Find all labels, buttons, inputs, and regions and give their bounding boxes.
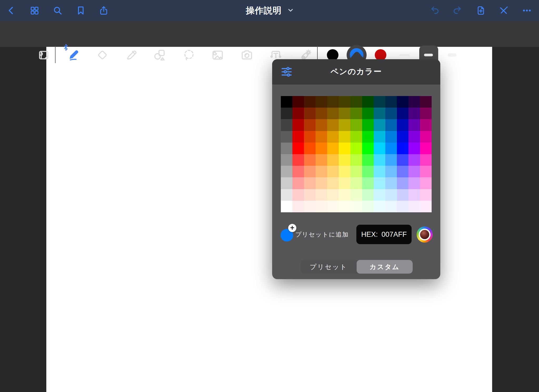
color-cell[interactable]	[339, 108, 350, 119]
thumbnails-icon[interactable]	[29, 5, 40, 16]
undo-icon[interactable]	[429, 5, 441, 16]
color-cell[interactable]	[281, 108, 292, 119]
color-cell[interactable]	[281, 143, 292, 154]
color-cell[interactable]	[281, 131, 292, 143]
color-cell[interactable]	[420, 143, 432, 154]
color-cell[interactable]	[397, 119, 408, 131]
color-cell[interactable]	[281, 201, 292, 212]
color-cell[interactable]	[397, 143, 408, 154]
color-cell[interactable]	[362, 96, 374, 108]
pen-tool-icon[interactable]	[66, 47, 81, 63]
color-cell[interactable]	[316, 119, 327, 131]
color-cell[interactable]	[304, 131, 316, 143]
color-cell[interactable]	[350, 108, 362, 119]
color-cell[interactable]	[350, 96, 362, 108]
color-cell[interactable]	[327, 119, 339, 131]
document-view-icon[interactable]	[36, 47, 51, 63]
color-cell[interactable]	[281, 154, 292, 166]
color-cell[interactable]	[292, 96, 304, 108]
color-cell[interactable]	[281, 166, 292, 177]
search-icon[interactable]	[52, 5, 63, 16]
add-page-icon[interactable]	[475, 5, 487, 16]
color-cell[interactable]	[362, 154, 374, 166]
color-cell[interactable]	[362, 177, 374, 189]
color-cell[interactable]	[374, 108, 385, 119]
color-cell[interactable]	[350, 119, 362, 131]
color-cell[interactable]	[362, 201, 374, 212]
color-cell[interactable]	[339, 166, 350, 177]
color-cell[interactable]	[408, 177, 420, 189]
color-cell[interactable]	[316, 166, 327, 177]
color-cell[interactable]	[420, 108, 432, 119]
color-cell[interactable]	[397, 154, 408, 166]
color-cell[interactable]	[408, 154, 420, 166]
color-cell[interactable]	[408, 119, 420, 131]
color-cell[interactable]	[350, 154, 362, 166]
color-cell[interactable]	[316, 96, 327, 108]
color-cell[interactable]	[339, 189, 350, 201]
color-cell[interactable]	[408, 166, 420, 177]
color-cell[interactable]	[292, 108, 304, 119]
color-cell[interactable]	[385, 96, 397, 108]
share-icon[interactable]	[98, 5, 109, 16]
eraser-tool-icon[interactable]	[94, 47, 110, 63]
color-cell[interactable]	[420, 189, 432, 201]
color-cell[interactable]	[327, 131, 339, 143]
color-cell[interactable]	[304, 143, 316, 154]
color-cell[interactable]	[292, 177, 304, 189]
color-cell[interactable]	[350, 166, 362, 177]
color-cell[interactable]	[304, 154, 316, 166]
stylus-mode-icon[interactable]	[498, 5, 509, 16]
color-cell[interactable]	[397, 177, 408, 189]
color-cell[interactable]	[385, 131, 397, 143]
color-cell[interactable]	[374, 177, 385, 189]
shapes-tool-icon[interactable]	[152, 47, 167, 63]
color-cell[interactable]	[362, 119, 374, 131]
stroke-medium-button[interactable]	[424, 54, 433, 56]
color-cell[interactable]	[397, 166, 408, 177]
color-cell[interactable]	[385, 177, 397, 189]
color-cell[interactable]	[397, 189, 408, 201]
color-cell[interactable]	[362, 189, 374, 201]
color-wheel-icon[interactable]	[417, 227, 433, 243]
color-cell[interactable]	[316, 131, 327, 143]
color-cell[interactable]	[385, 154, 397, 166]
image-tool-icon[interactable]	[210, 47, 225, 63]
color-cell[interactable]	[420, 166, 432, 177]
color-cell[interactable]	[408, 96, 420, 108]
color-cell[interactable]	[292, 189, 304, 201]
color-cell[interactable]	[316, 154, 327, 166]
color-cell[interactable]	[408, 108, 420, 119]
color-cell[interactable]	[304, 166, 316, 177]
color-cell[interactable]	[362, 108, 374, 119]
color-cell[interactable]	[397, 201, 408, 212]
redo-icon[interactable]	[452, 5, 463, 16]
color-cell[interactable]	[385, 143, 397, 154]
color-cell[interactable]	[281, 189, 292, 201]
color-cell[interactable]	[339, 154, 350, 166]
color-cell[interactable]	[292, 119, 304, 131]
color-cell[interactable]	[327, 96, 339, 108]
color-cell[interactable]	[292, 143, 304, 154]
color-cell[interactable]	[339, 177, 350, 189]
color-cell[interactable]	[385, 166, 397, 177]
color-cell[interactable]	[420, 119, 432, 131]
color-cell[interactable]	[350, 189, 362, 201]
color-cell[interactable]	[304, 177, 316, 189]
color-cell[interactable]	[292, 201, 304, 212]
color-cell[interactable]	[292, 154, 304, 166]
color-cell[interactable]	[385, 189, 397, 201]
color-cell[interactable]	[339, 143, 350, 154]
color-cell[interactable]	[374, 189, 385, 201]
add-preset-label[interactable]: プリセットに追加	[295, 230, 349, 239]
color-cell[interactable]	[350, 131, 362, 143]
color-cell[interactable]	[350, 143, 362, 154]
color-cell[interactable]	[420, 177, 432, 189]
color-cell[interactable]	[408, 143, 420, 154]
color-cell[interactable]	[397, 96, 408, 108]
color-cell[interactable]	[281, 119, 292, 131]
color-cell[interactable]	[408, 189, 420, 201]
color-cell[interactable]	[362, 166, 374, 177]
color-cell[interactable]	[292, 131, 304, 143]
color-cell[interactable]	[292, 166, 304, 177]
